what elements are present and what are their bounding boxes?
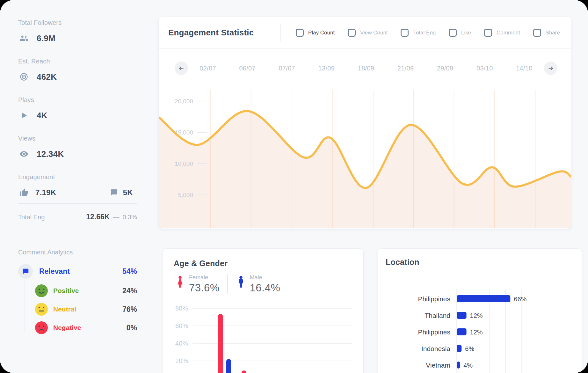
relevant-comment-icon — [18, 264, 33, 279]
checkbox-total-eng[interactable]: Total Eng — [401, 29, 436, 37]
stat-value: 6.9M — [37, 33, 55, 43]
checkbox-comment[interactable]: Comment — [484, 29, 520, 37]
male-legend-group: Male 16.4% — [237, 274, 280, 294]
date-label: 03/10 — [465, 65, 505, 72]
stat-value: 4K — [37, 111, 47, 121]
male-value: 16.4% — [250, 282, 280, 294]
stat-views: Views 12.34K — [18, 135, 137, 159]
location-category-label: Philippines — [418, 328, 450, 336]
eye-icon — [19, 150, 28, 158]
negative-percent: 0% — [127, 324, 137, 332]
checkbox-play-count[interactable]: Play Count — [296, 29, 335, 37]
date-label: 02/07 — [188, 65, 228, 72]
age-gender-title: Age & Gender — [174, 259, 228, 268]
engagement-card-header: Engagement Statistic Play Count View Cou… — [159, 17, 571, 49]
neutral-percent: 76% — [122, 305, 137, 314]
likes-value: 7.19K — [35, 188, 56, 197]
checkbox-view-count[interactable]: View Count — [348, 29, 388, 37]
comment-analytics-section: Comment Analytics Relevant 54% — [18, 249, 137, 334]
checkbox-label: Share — [546, 30, 560, 36]
neutral-row[interactable]: Neutral 76% — [18, 303, 137, 316]
sidebar-divider — [18, 203, 137, 204]
date-label: 06/07 — [228, 65, 267, 72]
stat-label: Plays — [18, 96, 137, 104]
prev-dates-button[interactable] — [175, 62, 188, 75]
next-dates-button[interactable] — [544, 62, 557, 75]
male-icon — [237, 275, 245, 289]
location-bar — [457, 328, 467, 335]
checkbox-share[interactable]: Share — [533, 29, 560, 37]
location-category-label: Indonesia — [421, 345, 450, 352]
date-label: 07/07 — [267, 65, 307, 72]
location-value-label: 6% — [465, 345, 474, 352]
comment-icon — [110, 189, 118, 196]
age-axis-label: 60% — [175, 322, 188, 329]
total-eng-percent: 0.3% — [122, 214, 137, 221]
stat-value: 12.34K — [37, 149, 64, 159]
neutral-face-icon — [35, 303, 48, 316]
checkbox-like[interactable]: Like — [449, 29, 471, 37]
checkbox-icon[interactable] — [348, 29, 356, 37]
date-label: 18/09 — [346, 65, 386, 72]
total-eng-value: 12.66K — [86, 213, 110, 221]
checkbox-icon[interactable] — [449, 29, 457, 37]
female-legend-group: Female 73.6% — [176, 274, 220, 294]
checkbox-label: Play Count — [308, 30, 335, 36]
engagement-card-title: Engagement Statistic — [168, 28, 280, 38]
checkbox-icon[interactable] — [484, 29, 492, 37]
arrow-right-icon — [548, 65, 554, 71]
negative-label: Negative — [53, 324, 81, 332]
date-pagination-row: 02/07 06/07 07/07 13/09 18/09 21/09 29/0… — [175, 59, 557, 77]
relevant-row[interactable]: Relevant 54% — [18, 264, 137, 279]
location-bar — [457, 295, 510, 302]
negative-row[interactable]: Negative 0% — [18, 321, 137, 334]
comment-analytics-title: Comment Analytics — [18, 249, 137, 256]
stat-label: Engagement — [18, 173, 137, 181]
checkbox-label: Total Eng — [413, 30, 436, 36]
age-gender-bar — [226, 359, 231, 373]
play-icon — [19, 111, 28, 120]
location-bar-chart: Philippines66%Thailand12%Philippines12%I… — [378, 249, 581, 373]
location-category-label: Thailand — [425, 312, 450, 319]
checkbox-icon[interactable] — [533, 29, 541, 37]
stat-value: 462K — [37, 72, 57, 82]
y-axis-label: 10,000 — [175, 160, 193, 167]
male-label: Male — [250, 274, 280, 281]
female-label: Female — [189, 274, 220, 281]
female-icon — [176, 275, 184, 289]
checkbox-icon[interactable] — [401, 29, 409, 37]
metric-checkbox-row: Play Count View Count Total Eng Like Com… — [281, 29, 560, 37]
age-gender-bar — [242, 370, 246, 373]
analytics-dashboard: Total Followers 6.9M Est. Reach 462K Pla… — [0, 0, 588, 373]
stat-engagement: Engagement 7.19K 5K — [18, 173, 137, 197]
stat-plays: Plays 4K — [18, 96, 137, 120]
location-bar — [457, 312, 467, 319]
stat-label: Est. Reach — [18, 58, 137, 65]
age-axis-label: 80% — [175, 305, 188, 312]
checkbox-icon[interactable] — [296, 29, 304, 37]
age-gender-card: 80%60%40%20% Age & Gender Female 73.6% — [163, 248, 364, 373]
neutral-label: Neutral — [53, 305, 76, 313]
positive-face-icon — [35, 284, 48, 297]
total-eng-row: Total Eng 12.66K — 0.3% — [18, 213, 137, 221]
date-label: 13/09 — [307, 65, 346, 72]
location-card: Philippines66%Thailand12%Philippines12%I… — [378, 248, 582, 373]
stat-label: Views — [18, 135, 137, 142]
date-label: 21/09 — [386, 65, 425, 72]
thumbs-up-icon — [19, 188, 28, 197]
legend-divider — [227, 274, 228, 294]
positive-row[interactable]: Positive 24% — [18, 284, 137, 297]
checkbox-label: Comment — [497, 30, 520, 36]
age-axis-label: 20% — [175, 357, 188, 364]
stat-label: Total Followers — [18, 19, 137, 26]
location-category-label: Philippines — [418, 295, 450, 303]
arrow-left-icon — [178, 65, 185, 71]
people-icon — [19, 34, 28, 43]
stat-est-reach: Est. Reach 462K — [18, 58, 137, 82]
engagement-statistic-card: Engagement Statistic Play Count View Cou… — [158, 17, 572, 229]
checkbox-label: View Count — [360, 30, 388, 36]
total-eng-separator: — — [113, 214, 119, 221]
age-axis-label: 40% — [175, 340, 188, 347]
checkbox-label: Like — [461, 30, 471, 36]
location-bar — [457, 362, 460, 369]
